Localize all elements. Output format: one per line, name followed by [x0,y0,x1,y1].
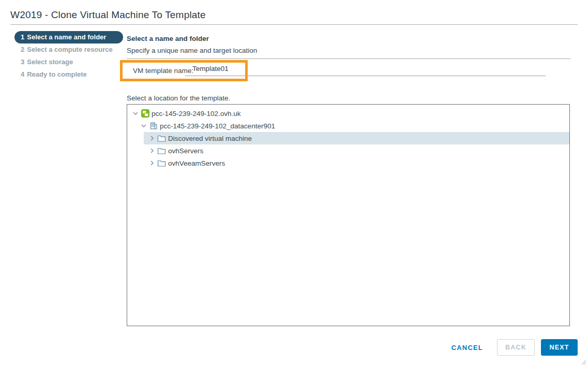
wizard-steps-sidebar: 1Select a name and folder 2Select a comp… [14,31,123,81]
step-select-compute-resource[interactable]: 2Select a compute resource [14,43,123,56]
chevron-right-icon[interactable] [148,134,156,142]
resize-grip-icon[interactable] [580,358,586,364]
tree-row-label: Discovered virtual machine [168,135,252,142]
step-label: Select a compute resource [27,46,112,53]
step-label: Select storage [27,58,73,66]
step-label: Ready to complete [27,70,87,78]
tree-row-label: pcc-145-239-249-102_datacenter901 [160,122,275,130]
step-number: 4 [21,70,24,78]
panel-heading: Select a name and folder [127,35,209,42]
tree-row-label: ovhServers [168,147,203,155]
location-tree: pcc-145-239-249-102.ovh.uk pcc-145-239-2… [127,104,570,326]
tree-row-label: pcc-145-239-249-102.ovh.uk [152,110,241,118]
tree-row-label: ovhVeeamServers [168,159,225,167]
back-button[interactable]: BACK [497,339,535,356]
step-number: 2 [21,46,24,53]
vm-template-name-label: VM template name: [133,67,193,75]
panel-subheading: Specify a unique name and target locatio… [127,47,257,54]
clone-vm-wizard-dialog: W2019 - Clone Virtual Machine To Templat… [0,0,588,365]
dialog-title: W2019 - Clone Virtual Machine To Templat… [10,9,206,21]
location-caption: Select a location for the template. [127,94,230,102]
step-select-name-and-folder[interactable]: 1Select a name and folder [14,31,123,43]
chevron-right-icon[interactable] [148,159,156,167]
datacenter-icon [149,122,158,130]
tree-row-discovered-virtual-machine[interactable]: Discovered virtual machine [144,132,569,144]
tree-row-ovhveeamservers[interactable]: ovhVeeamServers [127,157,569,169]
folder-icon [157,134,166,142]
step-label: Select a name and folder [27,33,106,41]
step-number: 1 [21,33,24,41]
panel-divider [127,59,570,59]
tree-row-ovhservers[interactable]: ovhServers [127,144,569,157]
chevron-down-icon[interactable] [140,122,148,130]
step-select-storage[interactable]: 3Select storage [14,56,123,68]
tree-row-datacenter[interactable]: pcc-145-239-249-102_datacenter901 [127,120,569,132]
wizard-footer: CANCEL BACK NEXT [451,339,578,356]
vm-template-name-input[interactable] [185,63,546,76]
chevron-down-icon[interactable] [131,109,140,118]
next-button[interactable]: NEXT [541,339,578,356]
folder-icon [157,159,166,167]
tree-row-vcenter[interactable]: pcc-145-239-249-102.ovh.uk [127,107,569,120]
step-number: 3 [21,58,24,66]
chevron-right-icon[interactable] [148,147,156,155]
title-divider [10,24,578,25]
folder-icon [157,147,166,155]
step-ready-to-complete[interactable]: 4Ready to complete [14,68,123,81]
cancel-button[interactable]: CANCEL [451,344,483,352]
vcenter-icon [141,109,149,118]
